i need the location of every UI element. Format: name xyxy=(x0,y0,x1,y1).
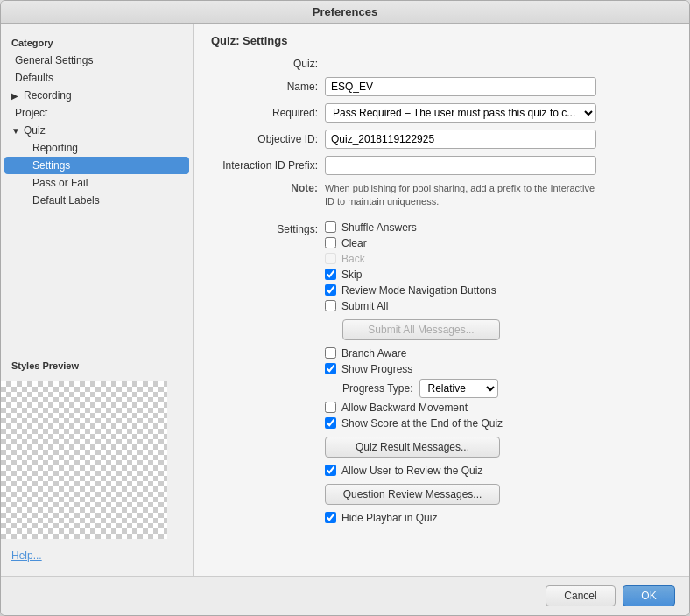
help-link[interactable]: Help... xyxy=(1,542,193,569)
quiz-label: Quiz: xyxy=(211,58,325,70)
submit-all-messages-button[interactable]: Submit All Messages... xyxy=(342,319,500,340)
sidebar: Category General Settings Defaults ▶ Rec… xyxy=(1,24,194,576)
objective-id-label: Objective ID: xyxy=(211,133,325,145)
show-score-row: Show Score at the End of the Quiz xyxy=(325,417,672,430)
clear-row: Clear xyxy=(325,237,672,249)
review-mode-checkbox[interactable] xyxy=(325,284,336,296)
sidebar-header: Category xyxy=(1,34,193,52)
chevron-right-icon: ▶ xyxy=(11,91,22,101)
allow-review-label: Allow User to Review the Quiz xyxy=(341,465,482,477)
show-progress-checkbox[interactable] xyxy=(325,363,336,374)
sidebar-item-label: Quiz xyxy=(24,124,46,136)
note-row: Note: When publishing for pool sharing, … xyxy=(211,182,672,209)
allow-review-checkbox[interactable] xyxy=(325,465,336,476)
submit-all-checkbox[interactable] xyxy=(325,300,336,312)
hide-playbar-row: Hide Playbar in Quiz xyxy=(325,512,672,524)
required-select[interactable]: Pass Required – The user must pass this … xyxy=(325,103,596,122)
skip-row: Skip xyxy=(325,269,672,281)
quiz-result-messages-button[interactable]: Quiz Result Messages... xyxy=(325,437,500,458)
required-label: Required: xyxy=(211,107,325,119)
section-title: Quiz: Settings xyxy=(211,34,672,47)
sidebar-item-label: Project xyxy=(15,107,47,119)
sidebar-item-label: Default Labels xyxy=(32,194,100,206)
quiz-result-messages-btn-row: Quiz Result Messages... xyxy=(325,433,672,461)
sidebar-item-label: Defaults xyxy=(15,72,53,84)
shuffle-answers-row: Shuffle Answers xyxy=(325,221,672,234)
ok-button[interactable]: OK xyxy=(623,585,675,606)
show-progress-row: Show Progress xyxy=(325,363,672,375)
sidebar-item-reporting[interactable]: Reporting xyxy=(4,139,189,157)
sidebar-item-project[interactable]: Project xyxy=(4,104,189,122)
branch-aware-checkbox[interactable] xyxy=(325,347,336,359)
show-progress-label: Show Progress xyxy=(341,363,412,375)
back-row: Back xyxy=(325,253,672,265)
objective-id-row: Objective ID: xyxy=(211,130,672,149)
sidebar-item-default-labels[interactable]: Default Labels xyxy=(4,192,189,209)
name-input[interactable] xyxy=(325,77,596,96)
sidebar-item-label: General Settings xyxy=(15,54,93,66)
name-label: Name: xyxy=(211,80,325,93)
styles-preview-label: Styles Preview xyxy=(1,353,193,378)
interaction-id-input[interactable] xyxy=(325,156,596,175)
objective-id-input[interactable] xyxy=(325,130,596,149)
submit-all-row: Submit All xyxy=(325,300,672,312)
sidebar-item-defaults[interactable]: Defaults xyxy=(4,69,189,87)
footer-buttons: Cancel OK xyxy=(546,585,675,606)
footer: Cancel OK xyxy=(1,576,689,615)
clear-label: Clear xyxy=(341,237,367,249)
clear-checkbox[interactable] xyxy=(325,237,336,248)
settings-controls: Shuffle Answers Clear Back Skip xyxy=(325,221,672,524)
note-label: Note: xyxy=(211,182,325,194)
skip-label: Skip xyxy=(341,269,362,281)
sidebar-item-general-settings[interactable]: General Settings xyxy=(4,52,189,69)
settings-section: Settings: Shuffle Answers Clear Back xyxy=(211,221,672,524)
shuffle-answers-checkbox[interactable] xyxy=(325,221,336,233)
allow-backward-checkbox[interactable] xyxy=(325,402,336,413)
styles-preview-canvas xyxy=(1,382,167,539)
skip-checkbox[interactable] xyxy=(325,269,336,280)
sidebar-item-label: Pass or Fail xyxy=(32,177,88,189)
shuffle-answers-label: Shuffle Answers xyxy=(341,221,417,234)
cancel-button[interactable]: Cancel xyxy=(546,585,616,606)
progress-type-select[interactable]: Relative Absolute xyxy=(419,379,498,398)
required-row: Required: Pass Required – The user must … xyxy=(211,103,672,122)
allow-review-row: Allow User to Review the Quiz xyxy=(325,465,672,477)
question-review-messages-btn-row: Question Review Messages... xyxy=(325,480,672,508)
review-mode-label: Review Mode Navigation Buttons xyxy=(341,284,496,297)
sidebar-item-label: Reporting xyxy=(32,142,78,154)
branch-aware-label: Branch Aware xyxy=(341,347,407,360)
window-title: Preferences xyxy=(313,5,377,18)
preferences-window: Preferences Category General Settings De… xyxy=(0,0,690,616)
name-row: Name: xyxy=(211,77,672,96)
submit-all-label: Submit All xyxy=(341,300,388,312)
settings-label: Settings: xyxy=(211,221,325,235)
note-text: When publishing for pool sharing, add a … xyxy=(325,182,596,209)
back-checkbox[interactable] xyxy=(325,253,336,264)
sidebar-item-pass-or-fail[interactable]: Pass or Fail xyxy=(4,174,189,192)
sidebar-item-recording[interactable]: ▶ Recording xyxy=(4,87,189,104)
show-score-checkbox[interactable] xyxy=(325,417,336,429)
sidebar-item-quiz[interactable]: ▼ Quiz xyxy=(4,122,189,139)
allow-backward-row: Allow Backward Movement xyxy=(325,402,672,414)
show-score-label: Show Score at the End of the Quiz xyxy=(341,417,503,430)
hide-playbar-checkbox[interactable] xyxy=(325,512,336,523)
question-review-messages-button[interactable]: Question Review Messages... xyxy=(325,484,500,505)
interaction-id-label: Interaction ID Prefix: xyxy=(211,159,325,172)
sidebar-item-label: Settings xyxy=(32,159,70,172)
submit-all-messages-btn-row: Submit All Messages... xyxy=(325,316,672,344)
branch-aware-row: Branch Aware xyxy=(325,347,672,360)
main-panel: Quiz: Settings Quiz: Name: Required: Pas… xyxy=(194,24,689,576)
review-mode-row: Review Mode Navigation Buttons xyxy=(325,284,672,297)
interaction-id-row: Interaction ID Prefix: xyxy=(211,156,672,175)
chevron-down-icon: ▼ xyxy=(11,126,22,136)
progress-type-row: Progress Type: Relative Absolute xyxy=(342,379,672,398)
allow-backward-label: Allow Backward Movement xyxy=(341,402,468,414)
quiz-label-row: Quiz: xyxy=(211,58,672,70)
sidebar-item-label: Recording xyxy=(24,89,72,102)
back-label: Back xyxy=(341,253,365,265)
sidebar-item-settings[interactable]: Settings xyxy=(4,157,189,174)
progress-type-label: Progress Type: xyxy=(342,382,412,395)
hide-playbar-label: Hide Playbar in Quiz xyxy=(341,512,437,524)
titlebar: Preferences xyxy=(1,1,689,24)
